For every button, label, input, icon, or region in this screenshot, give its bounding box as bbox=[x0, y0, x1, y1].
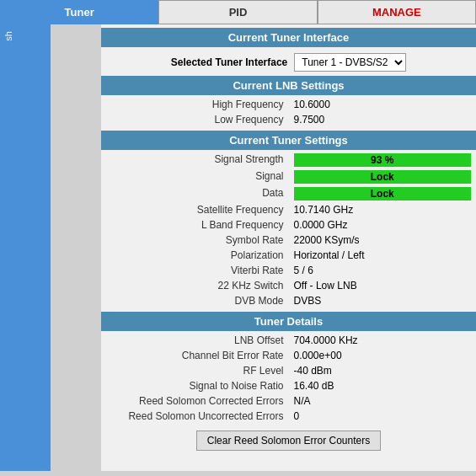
sat-freq-label: Satellite Frequency bbox=[101, 202, 289, 217]
sidebar: sh bbox=[0, 24, 51, 471]
low-freq-value: 9.7500 bbox=[289, 112, 477, 127]
signal-strength-label: Signal Strength bbox=[101, 152, 289, 168]
snr-label: Signal to Noise Ratio bbox=[101, 378, 289, 393]
reed-corrected-value: N/A bbox=[289, 393, 477, 409]
current-tuner-interface-header: Current Tuner Interface bbox=[101, 28, 476, 47]
sidebar-label: sh bbox=[0, 24, 17, 48]
data-bar-cell: Lock bbox=[289, 185, 477, 202]
table-row: 22 KHz Switch Off - Low LNB bbox=[101, 278, 476, 293]
lnb-settings-table: High Frequency 10.6000 Low Frequency 9.7… bbox=[101, 97, 476, 127]
khz-switch-value: Off - Low LNB bbox=[289, 278, 477, 293]
table-row: Channel Bit Error Rate 0.000e+00 bbox=[101, 348, 476, 363]
current-tuner-settings-header: Current Tuner Settings bbox=[101, 131, 476, 150]
lband-freq-label: L Band Frequency bbox=[101, 217, 289, 233]
signal-strength-row: Signal Strength 93 % bbox=[101, 152, 476, 168]
channel-ber-label: Channel Bit Error Rate bbox=[101, 348, 289, 363]
snr-value: 16.40 dB bbox=[289, 378, 477, 393]
main-wrapper: sh Current Tuner Interface Selected Tune… bbox=[0, 24, 476, 471]
tuner-select-row: Selected Tuner Interface Tuner 1 - DVBS/… bbox=[101, 49, 476, 76]
high-freq-label: High Frequency bbox=[101, 97, 289, 112]
selected-tuner-label: Selected Tuner Interface bbox=[171, 56, 288, 68]
tuner-select-dropdown[interactable]: Tuner 1 - DVBS/S2 Tuner 2 - DVBS/S2 bbox=[294, 53, 406, 72]
viterbi-value: 5 / 6 bbox=[289, 263, 477, 278]
table-row: Reed Solomon Uncorrected Errors 0 bbox=[101, 409, 476, 424]
signal-strength-bar-cell: 93 % bbox=[289, 152, 477, 168]
lnb-offset-label: LNB Offset bbox=[101, 333, 289, 348]
signal-row: Signal Lock bbox=[101, 168, 476, 185]
lband-freq-value: 0.0000 GHz bbox=[289, 217, 477, 233]
table-row: Polarization Horizontal / Left bbox=[101, 248, 476, 263]
reed-uncorrected-value: 0 bbox=[289, 409, 477, 424]
table-row: Low Frequency 9.7500 bbox=[101, 112, 476, 127]
tab-tuner[interactable]: Tuner bbox=[0, 0, 158, 24]
table-row: Satellite Frequency 10.7140 GHz bbox=[101, 202, 476, 217]
symbol-rate-value: 22000 KSym/s bbox=[289, 233, 477, 248]
clear-reed-button[interactable]: Clear Reed Solomon Error Counters bbox=[196, 431, 381, 451]
table-row: High Frequency 10.6000 bbox=[101, 97, 476, 112]
table-row: Viterbi Rate 5 / 6 bbox=[101, 263, 476, 278]
signal-strength-bar: 93 % bbox=[294, 153, 472, 167]
tab-manage[interactable]: MANAGE bbox=[318, 0, 476, 24]
rf-level-label: RF Level bbox=[101, 363, 289, 378]
tuner-select-container: Tuner 1 - DVBS/S2 Tuner 2 - DVBS/S2 bbox=[294, 53, 406, 72]
nav-tabs: Tuner PID MANAGE bbox=[0, 0, 476, 24]
data-row: Data Lock bbox=[101, 185, 476, 202]
rf-level-value: -40 dBm bbox=[289, 363, 477, 378]
table-row: L Band Frequency 0.0000 GHz bbox=[101, 217, 476, 233]
sat-freq-value: 10.7140 GHz bbox=[289, 202, 477, 217]
data-bar: Lock bbox=[294, 187, 472, 201]
reed-uncorrected-label: Reed Solomon Uncorrected Errors bbox=[101, 409, 289, 424]
table-row: Symbol Rate 22000 KSym/s bbox=[101, 233, 476, 248]
reed-corrected-label: Reed Solomon Corrected Errors bbox=[101, 393, 289, 409]
table-row: Signal to Noise Ratio 16.40 dB bbox=[101, 378, 476, 393]
table-row: LNB Offset 704.0000 KHz bbox=[101, 333, 476, 348]
current-lnb-settings-header: Current LNB Settings bbox=[101, 76, 476, 95]
signal-bar: Lock bbox=[294, 170, 472, 184]
symbol-rate-label: Symbol Rate bbox=[101, 233, 289, 248]
polarization-label: Polarization bbox=[101, 248, 289, 263]
channel-ber-value: 0.000e+00 bbox=[289, 348, 477, 363]
viterbi-label: Viterbi Rate bbox=[101, 263, 289, 278]
tuner-settings-table: Satellite Frequency 10.7140 GHz L Band F… bbox=[101, 202, 476, 308]
polarization-value: Horizontal / Left bbox=[289, 248, 477, 263]
table-row: RF Level -40 dBm bbox=[101, 363, 476, 378]
khz-switch-label: 22 KHz Switch bbox=[101, 278, 289, 293]
dvb-mode-label: DVB Mode bbox=[101, 293, 289, 308]
table-row: DVB Mode DVBS bbox=[101, 293, 476, 308]
tuner-details-header: Tuner Details bbox=[101, 312, 476, 331]
lnb-offset-value: 704.0000 KHz bbox=[289, 333, 477, 348]
tab-pid[interactable]: PID bbox=[158, 0, 317, 24]
data-label: Data bbox=[101, 185, 289, 202]
content-area: Current Tuner Interface Selected Tuner I… bbox=[101, 24, 476, 471]
table-row: Reed Solomon Corrected Errors N/A bbox=[101, 393, 476, 409]
signal-bar-cell: Lock bbox=[289, 168, 477, 185]
low-freq-label: Low Frequency bbox=[101, 112, 289, 127]
dvb-mode-value: DVBS bbox=[289, 293, 477, 308]
tuner-details-table: LNB Offset 704.0000 KHz Channel Bit Erro… bbox=[101, 333, 476, 424]
high-freq-value: 10.6000 bbox=[289, 97, 477, 112]
signal-label: Signal bbox=[101, 168, 289, 185]
